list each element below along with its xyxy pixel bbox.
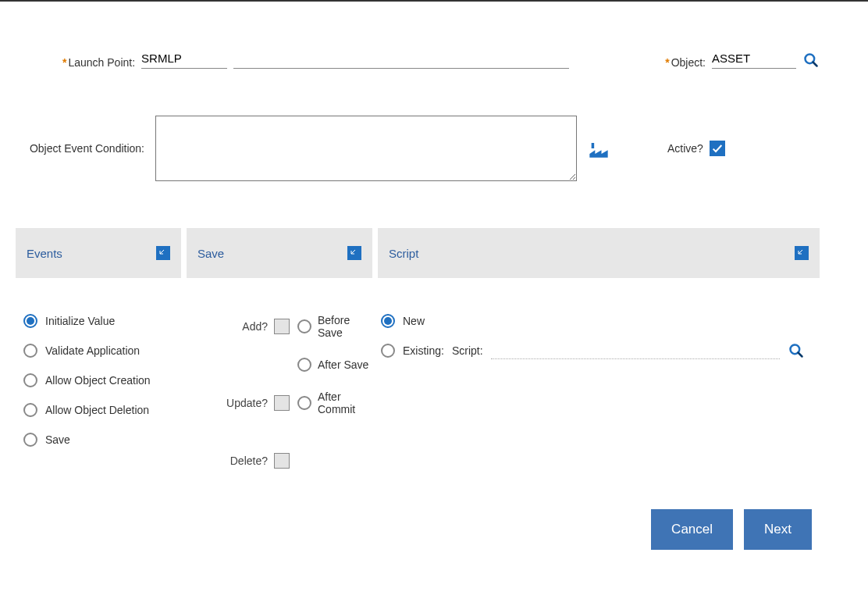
section-bodies: Initialize Value Validate Application Al… [16,314,820,469]
next-button[interactable]: Next [744,509,812,550]
script-label-new: New [403,315,425,327]
object-input[interactable] [712,50,796,69]
dialog-scroll-region[interactable]: *Launch Point: *Object: [8,3,859,590]
event-radio-allow-delete[interactable] [23,403,37,417]
object-group: *Object: [665,50,820,69]
event-option-validate: Validate Application [23,344,181,358]
event-label-validate: Validate Application [45,344,140,357]
cancel-button[interactable]: Cancel [651,509,733,550]
timing-label-before: Before Save [318,314,372,339]
timing-label-after: After Save [318,358,372,371]
search-icon[interactable] [788,342,805,359]
script-radio-new[interactable] [381,314,395,328]
footer-buttons: Cancel Next [651,509,812,550]
condition-row: Object Event Condition: Active? [16,116,820,181]
script-label-existing: Existing: [403,344,444,357]
section-header-script: Script [378,228,820,278]
collapse-icon[interactable] [347,246,361,260]
timing-radio-aftercommit[interactable] [297,396,311,410]
object-event-condition-input[interactable] [155,116,577,181]
search-icon[interactable] [802,52,820,69]
script-lookup-input[interactable] [491,343,780,359]
update-checkbox[interactable] [274,395,290,411]
active-group: Active? [667,141,725,156]
script-mode-new-row: New [381,314,820,328]
svg-line-4 [798,353,802,357]
section-title-events: Events [27,247,62,260]
add-checkbox[interactable] [274,319,290,334]
top-row: *Launch Point: *Object: [16,50,820,69]
active-checkbox[interactable] [710,141,725,156]
collapse-icon[interactable] [156,246,170,260]
timing-radio-after[interactable] [297,358,311,372]
save-column: Add? Before Save After Save Update? Afte… [187,314,372,469]
event-radio-allow-create[interactable] [23,373,37,387]
object-label-text: Object: [671,56,706,69]
delete-checkbox[interactable] [274,453,290,469]
add-label: Add? [190,320,268,333]
section-header-save: Save [187,228,372,278]
event-label-allow-delete: Allow Object Deletion [45,404,149,416]
event-option-initialize: Initialize Value [23,314,181,328]
launch-point-label: *Launch Point: [62,56,135,69]
event-radio-initialize[interactable] [23,314,37,328]
collapse-icon[interactable] [795,246,809,260]
event-label-initialize: Initialize Value [45,315,115,327]
active-label: Active? [667,142,703,155]
event-label-allow-create: Allow Object Creation [45,374,151,387]
launch-point-label-text: Launch Point: [68,56,135,69]
launch-point-input[interactable] [141,50,227,69]
script-radio-existing[interactable] [381,344,395,358]
dialog-content: *Launch Point: *Object: [8,3,827,581]
event-option-allow-create: Allow Object Creation [23,373,181,387]
required-star-icon: * [665,56,669,69]
section-headers: Events Save Script [16,228,820,278]
delete-label: Delete? [190,455,268,467]
dialog-window: *Launch Point: *Object: [0,0,868,599]
event-option-save: Save [23,433,181,447]
event-option-allow-delete: Allow Object Deletion [23,403,181,417]
section-title-save: Save [197,247,224,260]
event-radio-validate[interactable] [23,344,37,358]
script-field-label: Script: [452,344,483,357]
condition-label: Object Event Condition: [16,142,144,155]
script-column: New Existing: Script: [378,314,820,359]
timing-label-aftercommit: After Commit [318,390,372,415]
launch-point-description-input[interactable] [233,50,569,69]
section-title-script: Script [389,247,418,260]
timing-radio-before[interactable] [297,319,311,333]
object-label: *Object: [665,56,706,69]
svg-line-1 [813,62,817,66]
condition-builder-icon[interactable] [588,137,610,159]
required-star-icon: * [62,56,66,69]
launch-point-group: *Launch Point: [62,50,569,69]
event-radio-save[interactable] [23,433,37,447]
script-mode-existing-row: Existing: Script: [381,342,820,359]
events-column: Initialize Value Validate Application Al… [16,314,181,462]
svg-rect-2 [592,143,595,148]
update-label: Update? [190,397,268,409]
event-label-save: Save [45,433,70,446]
section-header-events: Events [16,228,181,278]
